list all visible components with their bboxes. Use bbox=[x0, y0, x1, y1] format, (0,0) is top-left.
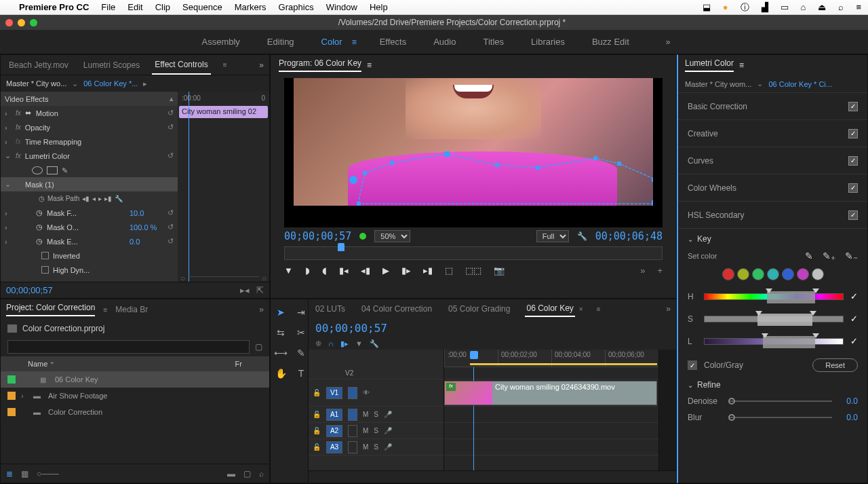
hand-tool[interactable]: ✋ bbox=[275, 367, 287, 379]
col-fr[interactable]: Fr bbox=[235, 360, 242, 368]
ec-playhead-tc[interactable]: 00;00;00;57 bbox=[6, 285, 53, 295]
workspace-menu-icon[interactable]: ≡ bbox=[352, 37, 357, 47]
collapse-mask[interactable]: ⌄ bbox=[5, 180, 12, 189]
seq-tab-02[interactable]: 02 LUTs bbox=[314, 301, 347, 316]
a1-lock-icon[interactable]: 🔓 bbox=[313, 411, 321, 418]
v1-lock-icon[interactable]: 🔓 bbox=[313, 389, 321, 396]
close-seq-icon[interactable]: × bbox=[579, 305, 583, 313]
a3-mute[interactable]: M bbox=[363, 443, 368, 451]
a2-source-patch[interactable] bbox=[348, 425, 357, 437]
resolution-select[interactable]: Full bbox=[536, 230, 569, 242]
workspace-color[interactable]: Color bbox=[317, 34, 347, 50]
lift-button[interactable]: ⬚ bbox=[445, 265, 453, 276]
a3-solo[interactable]: S bbox=[374, 443, 378, 451]
list-item[interactable]: ▦ 06 Color Key bbox=[1, 371, 269, 388]
new-item-icon[interactable]: ▢ bbox=[243, 469, 251, 479]
selection-tool[interactable]: ➤ bbox=[275, 306, 287, 318]
export-frame-button[interactable]: 📷 bbox=[494, 265, 505, 276]
mask-pen-button[interactable]: ✎ bbox=[62, 166, 73, 174]
v1-target[interactable]: V1 bbox=[326, 387, 342, 399]
v1-source-patch[interactable] bbox=[348, 387, 357, 399]
workspace-editing[interactable]: Editing bbox=[263, 34, 298, 50]
close-window[interactable] bbox=[5, 19, 13, 26]
workspace-libraries[interactable]: Libraries bbox=[527, 34, 569, 50]
a2-mute[interactable]: M bbox=[363, 427, 368, 434]
hsl-checkbox[interactable]: ✓ bbox=[848, 210, 858, 220]
menu-graphics[interactable]: Graphics bbox=[279, 2, 314, 12]
motion-effect[interactable]: Motion bbox=[36, 109, 163, 117]
a3-lock-icon[interactable]: 🔓 bbox=[313, 443, 321, 451]
source-tab-beach[interactable]: Beach Jetty.mov bbox=[6, 56, 71, 74]
swatch-gray[interactable] bbox=[812, 268, 824, 280]
blur-slider[interactable] bbox=[728, 417, 832, 418]
reset-mask-o-icon[interactable]: ↺ bbox=[167, 223, 174, 231]
reset-lumetri-icon[interactable]: ↺ bbox=[167, 151, 174, 160]
collapse-icon[interactable]: ▴ bbox=[170, 94, 174, 103]
timeline-tracks[interactable]: :00;00 00;00;02;00 00;00;04;00 00;00;06;… bbox=[444, 350, 658, 470]
window-controls[interactable] bbox=[5, 19, 37, 26]
project-tab[interactable]: Project: Color Correction bbox=[6, 303, 95, 316]
hue-slider[interactable] bbox=[704, 293, 844, 300]
reset-opacity-icon[interactable]: ↺ bbox=[167, 123, 174, 132]
project-overflow[interactable]: » bbox=[259, 305, 264, 314]
section-creative[interactable]: Creative✓ bbox=[678, 119, 867, 147]
effect-controls-tab[interactable]: Effect Controls bbox=[152, 56, 210, 75]
add-marker-button[interactable]: ▼ bbox=[284, 265, 293, 276]
mask-expansion-value[interactable]: 0.0 bbox=[130, 238, 163, 246]
cc-icon[interactable]: ▟ bbox=[762, 2, 768, 12]
panel-menu-icon[interactable]: ≡ bbox=[223, 61, 227, 69]
a2-lock-icon[interactable]: 🔓 bbox=[313, 427, 321, 434]
inverted-checkbox[interactable] bbox=[41, 252, 49, 259]
mask-prev-frame[interactable]: ◂ bbox=[92, 195, 96, 202]
workspace-assembly[interactable]: Assembly bbox=[197, 34, 243, 50]
icon-view-icon[interactable]: ▦ bbox=[21, 469, 28, 479]
step-fwd-button[interactable]: ▮▸ bbox=[401, 265, 411, 276]
list-view-icon[interactable]: ≣ bbox=[6, 469, 13, 479]
wrench-icon[interactable]: 🔧 bbox=[577, 231, 587, 241]
swatch-green[interactable] bbox=[752, 268, 764, 280]
creative-checkbox[interactable]: ✓ bbox=[848, 129, 858, 138]
type-tool[interactable]: T bbox=[295, 367, 307, 379]
expand-mask-f[interactable]: › bbox=[5, 209, 12, 217]
mask-stopwatch-icon[interactable]: ◷ bbox=[39, 195, 45, 202]
workspace-buzzedit[interactable]: Buzz Edit bbox=[588, 34, 633, 50]
extract-button[interactable]: ⬚⬚ bbox=[465, 265, 481, 276]
eject-icon[interactable]: ⏏ bbox=[818, 2, 826, 12]
menu-file[interactable]: File bbox=[101, 2, 115, 12]
play-button[interactable]: ▶ bbox=[382, 265, 389, 276]
v1-eye-icon[interactable]: 👁 bbox=[363, 389, 370, 396]
go-to-out-button[interactable]: ▸▮ bbox=[423, 265, 433, 276]
lumetri-menu-icon[interactable]: ≡ bbox=[739, 60, 744, 70]
section-hsl[interactable]: HSL Secondary✓ bbox=[678, 201, 867, 228]
program-menu-icon[interactable]: ≡ bbox=[367, 60, 372, 70]
label-swatch[interactable] bbox=[7, 375, 16, 384]
blur-value[interactable]: 0.0 bbox=[839, 413, 858, 422]
app-name-menu[interactable]: Premiere Pro CC bbox=[19, 2, 89, 12]
linked-selection-icon[interactable]: ∩ bbox=[328, 339, 334, 348]
project-search-input[interactable] bbox=[7, 340, 250, 354]
mark-out-button[interactable]: ◖ bbox=[322, 265, 327, 276]
mask-next-frame[interactable]: ▸▮ bbox=[104, 195, 112, 202]
swatch-blue[interactable] bbox=[782, 268, 794, 280]
sequence-clip-label[interactable]: 06 Color Key *... bbox=[83, 79, 138, 88]
expand-motion[interactable]: › bbox=[5, 109, 12, 117]
mask-1[interactable]: Mask (1) bbox=[16, 181, 174, 189]
timeline-clip[interactable]: fx City woman smiling 024634390.mov bbox=[444, 381, 657, 405]
sat-slider[interactable] bbox=[704, 316, 844, 322]
program-title[interactable]: Program: 06 Color Key bbox=[279, 58, 361, 72]
program-scrubber[interactable] bbox=[284, 246, 663, 260]
key-collapse[interactable]: ⌄ bbox=[688, 236, 693, 243]
eyedropper-add-icon[interactable]: ✎₊ bbox=[823, 250, 835, 261]
a2-voice-icon[interactable]: 🎤 bbox=[384, 427, 392, 434]
menu-help[interactable]: Help bbox=[370, 2, 388, 12]
go-to-in-button[interactable]: ▮◂ bbox=[339, 265, 349, 276]
step-back-button[interactable]: ◂▮ bbox=[361, 265, 370, 276]
audio-meter[interactable] bbox=[658, 350, 676, 470]
ec-play-toggle-icon[interactable]: ▸◂ bbox=[240, 285, 250, 295]
add-marker-icon[interactable]: ▼ bbox=[355, 339, 363, 348]
a1-solo[interactable]: S bbox=[374, 411, 378, 418]
mask-ellipse-button[interactable] bbox=[32, 166, 43, 174]
a2-target[interactable]: A2 bbox=[326, 425, 342, 437]
fx-badge-icon[interactable]: fx bbox=[446, 383, 456, 391]
lumetri-master[interactable]: Master * City wom... bbox=[685, 80, 751, 88]
